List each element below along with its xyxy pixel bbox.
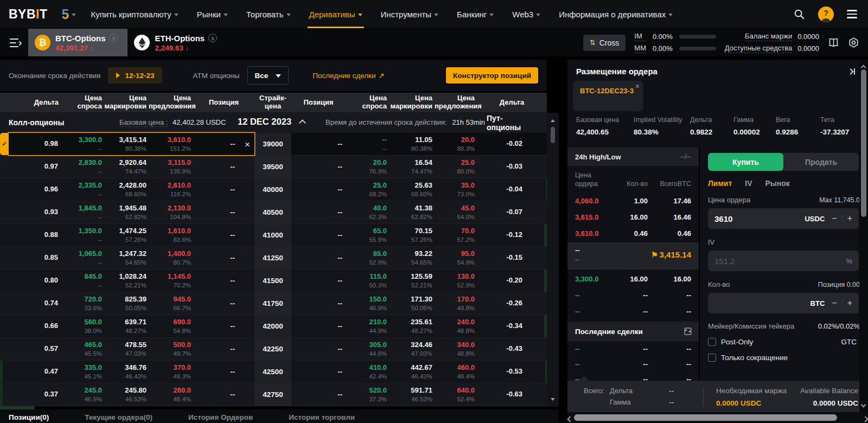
user-avatar[interactable]: ? [818, 7, 834, 22]
option-row-42000[interactable]: 0.66560.038.0%639.7148.27%690.054.8%--42… [0, 315, 547, 338]
ask-row[interactable]: 3,615.016.0016.46 [567, 209, 699, 225]
trade-row[interactable]: ------ [567, 356, 699, 371]
qty-minus-button[interactable]: − [832, 299, 837, 307]
col-header-calls-2[interactable]: Цена маркировки [104, 94, 149, 111]
call-ask: 1,400.080.7% [149, 247, 193, 269]
scroll-left-arrow[interactable] [568, 414, 572, 423]
nav-item-деривативы[interactable]: Деривативы [300, 0, 372, 28]
expiry-date-chip[interactable]: 12-12-23 [108, 67, 162, 84]
bybit-logo[interactable]: BYBIT [9, 7, 48, 22]
bid-row[interactable]: ------ [567, 303, 699, 319]
selected-row-check-tab[interactable]: ✓ [0, 133, 9, 155]
qty-plus-button[interactable]: + [847, 299, 852, 307]
puts-title: Пут-опционы [487, 114, 529, 132]
col-header-calls-3[interactable]: Цена предложения [149, 94, 193, 111]
required-margin: Необходимая маржа 0.0000 USDC [716, 387, 787, 407]
col-header-puts-0[interactable]: Позиция [291, 99, 346, 107]
last-trades-link[interactable]: Последние сделки ↗ [312, 71, 385, 80]
scroll-down-arrow[interactable] [547, 395, 559, 403]
nav-item-информация-о-деривативах[interactable]: Информация о деривативах [550, 0, 682, 28]
col-header-calls-1[interactable]: Цена спроса [61, 94, 104, 111]
anniversary-menu[interactable]: 5 [62, 8, 76, 21]
ob-price: 3,610.0 [575, 229, 616, 238]
bottom-tab[interactable]: Позиции(0) [9, 413, 49, 423]
option-row-39000[interactable]: ✓0.983,300.0--3,415.1480.38%3,610.0151.2… [0, 133, 547, 156]
ob-total: -- [648, 345, 691, 353]
order-price-input[interactable]: 3610 USDC − + [708, 208, 859, 229]
order-type-tab-iv[interactable]: IV [745, 179, 752, 188]
nav-item-web3[interactable]: Web3 [503, 0, 550, 28]
option-row-41500[interactable]: 0.80845.0--1,028.2452.21%1,145.070.2%--4… [0, 270, 547, 292]
bottom-tab[interactable]: История Ордеров [188, 413, 253, 423]
greek-value: 0.00002 [733, 128, 776, 136]
bid-row[interactable]: ------ [567, 287, 699, 303]
scroll-up-arrow[interactable] [547, 116, 559, 125]
option-row-41750[interactable]: 0.74720.033.6%825.3950.05%945.066.7%--41… [0, 292, 547, 315]
position-builder-button[interactable]: Конструктор позиций [446, 67, 538, 84]
margin-rates: IM 0.00% MM 0.00% [634, 32, 716, 54]
sell-button[interactable]: Продать [783, 153, 859, 171]
col-header-puts-4[interactable]: Дельта [477, 99, 547, 107]
nav-item-торговать[interactable]: Торговать [237, 0, 300, 28]
bottom-tab[interactable]: Текущие ордера(0) [85, 413, 152, 423]
iv-input[interactable]: 151.2 % [708, 251, 859, 271]
scroll-right-arrow[interactable] [863, 414, 867, 423]
order-type-tab-лимит[interactable]: Лимит [708, 179, 732, 188]
col-header-puts-3[interactable]: Цена предложения [435, 94, 477, 111]
option-row-39500[interactable]: 0.972,830.0--2,920.6474.47%3,115.0135.9%… [0, 156, 547, 178]
option-row-42750[interactable]: 0.37245.046.5%245.8046.53%260.048.4%--42… [0, 383, 547, 406]
instrument-list-icon[interactable] [9, 37, 23, 49]
mark-price[interactable]: ⚑ 3,415.14 [651, 250, 691, 259]
chain-scroll-thumb[interactable] [551, 127, 555, 143]
nav-item-инструменты[interactable]: Инструменты [372, 0, 448, 28]
hamburger-menu-icon[interactable] [847, 10, 857, 18]
trade-row[interactable]: ------ [567, 341, 699, 356]
vertical-scroll-thumb[interactable] [861, 69, 866, 217]
horizontal-scroll-thumb[interactable] [574, 414, 837, 421]
close-position-icon[interactable]: × [245, 139, 250, 149]
option-row-42250[interactable]: 0.57465.045.5%478.5547.03%500.049.7%--42… [0, 338, 547, 361]
call-mark: 2,428.0068.60% [104, 178, 149, 201]
collapse-panel-icon[interactable] [848, 68, 855, 75]
nav-item-рынки[interactable]: Рынки [188, 0, 237, 28]
market-tab-btc-options[interactable]: ₿BTC-Options$42,391.27 ↓ [28, 29, 127, 56]
panel-horizontal-scrollbar[interactable] [567, 412, 868, 423]
col-header-strike[interactable]: Страйк-цена [254, 94, 291, 111]
expiry-date-header[interactable]: 12 DEC 2023 [238, 117, 305, 127]
post-only-checkbox[interactable] [708, 338, 716, 346]
option-row-41000[interactable]: 0.881,350.0--1,474.2557.26%1,610.083.6%-… [0, 224, 547, 247]
ask-row[interactable]: 3,610.00.460.46 [567, 225, 699, 241]
col-header-calls-4[interactable]: Позиция [193, 99, 254, 107]
price-plus-button[interactable]: + [847, 214, 852, 223]
put-mark: 16.5474.47% [389, 156, 435, 178]
buy-button[interactable]: Купить [708, 153, 783, 171]
col-header-puts-1[interactable]: Цена спроса [346, 94, 389, 111]
price-minus-button[interactable]: − [832, 214, 837, 223]
reduce-only-checkbox[interactable] [708, 354, 716, 362]
option-row-40000[interactable]: 0.962,335.0--2,428.0068.60%2,610.0118.2%… [0, 178, 547, 201]
selected-contract-chip[interactable]: BTC-12DEC23-3 × [573, 81, 643, 111]
atm-filter-select[interactable]: Все [247, 66, 289, 85]
option-row-41250[interactable]: 0.851,065.0--1,247.3254.65%1,400.080.7%-… [0, 247, 547, 270]
expand-icon[interactable] [684, 327, 692, 336]
quantity-input[interactable]: BTC − + [708, 293, 859, 313]
option-row-42500[interactable]: 0.47335.045.1%346.7646.43%370.049.3%--42… [0, 361, 547, 383]
cross-margin-button[interactable]: ⇅ Cross [583, 35, 626, 51]
col-header-puts-2[interactable]: Цена маркировки [389, 94, 435, 111]
nav-item-купить-криптовалюту[interactable]: Купить криптовалюту [81, 0, 187, 28]
page-vertical-scrollbar[interactable] [859, 60, 868, 412]
scroll-down-chevron[interactable] [861, 399, 865, 409]
orderbook-book-icon[interactable] [828, 37, 839, 48]
remove-contract-icon[interactable]: × [635, 82, 640, 91]
option-row-40500[interactable]: 0.931,845.0--1,945.4862.82%2,130.0104.8%… [0, 201, 547, 224]
col-header-calls-0[interactable]: Дельта [9, 99, 61, 107]
settings-gear-icon[interactable] [848, 37, 859, 48]
order-type-tab-рынок[interactable]: Рынок [765, 179, 789, 188]
nav-item-банкинг[interactable]: Банкинг [448, 0, 503, 28]
search-icon[interactable] [793, 8, 805, 20]
market-tab-eth-options[interactable]: ETH-Options$2,249.63 ↓ [127, 29, 227, 56]
bid-row[interactable]: 3,300.016.0016.00 [567, 271, 699, 287]
chain-vertical-scrollbar[interactable] [547, 113, 559, 407]
ask-row[interactable]: 4,060.01.0017.46 [567, 193, 699, 209]
bottom-tab[interactable]: История торговли [289, 413, 355, 423]
